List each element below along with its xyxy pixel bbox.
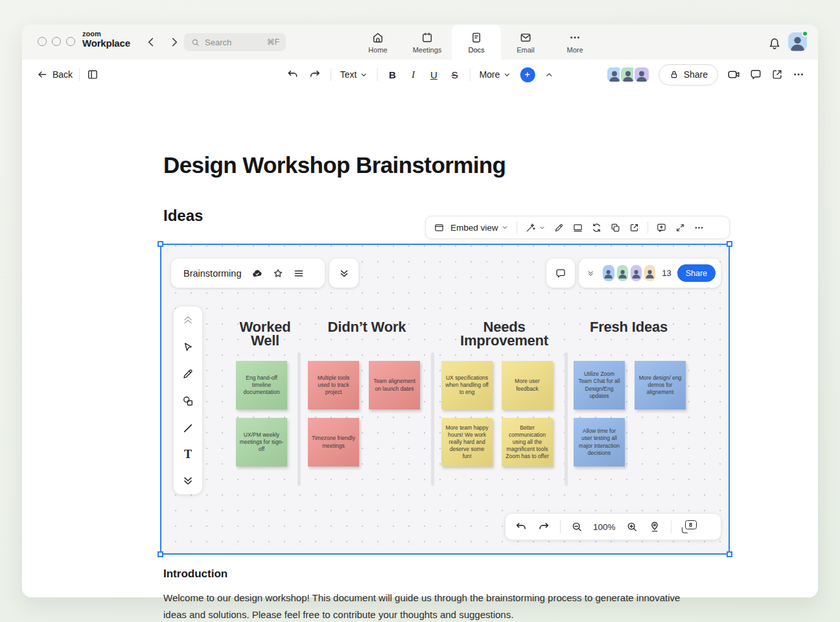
nav-back-button[interactable] (144, 35, 158, 49)
board-header-collapse-button[interactable] (329, 259, 358, 288)
tab-docs[interactable]: Docs (452, 25, 501, 60)
pages-button[interactable]: 8 (681, 520, 697, 533)
selection-handle-bottom-left[interactable] (158, 551, 163, 557)
whiteboard-embed[interactable]: Brainstorming 13 Share (160, 244, 730, 555)
comments-button[interactable] (749, 68, 762, 81)
zoom-in-button[interactable] (625, 520, 638, 533)
avatar[interactable] (603, 265, 614, 281)
board-comment-button[interactable] (546, 259, 575, 288)
sticky-note[interactable]: Utilize Zoom Team Chat for all Design/En… (574, 361, 625, 409)
text-style-menu[interactable]: Text (340, 69, 368, 80)
more-actions-button[interactable] (792, 68, 805, 81)
redo-button[interactable] (309, 68, 321, 81)
back-button[interactable]: Back (36, 69, 73, 80)
open-external-button[interactable] (771, 68, 784, 81)
board-header: Brainstorming (171, 259, 325, 288)
sticky-note[interactable]: More design/ eng demos for alignement (635, 361, 686, 409)
sticky-note[interactable]: Multiple tools used to track project (308, 361, 359, 409)
sidebar-toggle-button[interactable] (86, 68, 99, 81)
open-board-button[interactable] (629, 222, 640, 233)
embed-more-button[interactable] (694, 222, 705, 233)
sticky-note[interactable]: Allow time for user testing all major in… (574, 418, 625, 466)
italic-button[interactable]: I (407, 69, 419, 80)
avatar[interactable] (633, 66, 650, 83)
tab-meetings[interactable]: Meetings (402, 25, 452, 60)
star-icon[interactable] (272, 268, 284, 279)
board-redo-button[interactable] (537, 520, 550, 533)
underline-button[interactable]: U (428, 69, 439, 80)
more-format-label: More (479, 69, 500, 80)
sticky-note[interactable]: More user feedback (502, 361, 553, 409)
undo-button[interactable] (286, 68, 299, 81)
brand-line2: Workplace (82, 38, 130, 49)
magic-wand-icon (525, 222, 536, 233)
selection-handle-top-right[interactable] (727, 241, 732, 247)
insert-block-button[interactable] (520, 67, 535, 82)
divider (671, 520, 671, 533)
bold-button[interactable]: B (386, 69, 398, 80)
collaborator-count[interactable]: 13 (662, 268, 671, 278)
sticky-note[interactable]: Better communication using all the magni… (502, 418, 553, 466)
board-undo-button[interactable] (515, 520, 528, 533)
sticky-note[interactable]: Eng hand-off timeline documentation (236, 361, 287, 409)
locate-pin-button[interactable] (648, 520, 661, 533)
refresh-button[interactable] (591, 222, 602, 233)
zoom-level[interactable]: 100% (593, 522, 616, 532)
shapes-tool[interactable] (181, 395, 194, 408)
notifications-button[interactable] (767, 35, 782, 51)
ai-tools-menu[interactable] (525, 222, 546, 233)
present-button[interactable] (572, 222, 583, 233)
video-call-button[interactable] (727, 67, 741, 82)
select-tool[interactable] (181, 341, 194, 354)
intro-paragraph: Welcome to our design workshop! This doc… (163, 590, 705, 622)
palette-scroll-up-icon[interactable] (181, 314, 194, 327)
sticky-note[interactable]: UX specifications when handling off to e… (441, 361, 493, 409)
window-control-zoom[interactable] (66, 37, 75, 46)
text-tool[interactable]: T (184, 448, 192, 460)
window-control-close[interactable] (38, 37, 47, 46)
tab-label: Home (368, 46, 387, 54)
ellipsis-icon (568, 31, 581, 44)
selection-handle-bottom-right[interactable] (727, 551, 732, 557)
search-icon (191, 38, 200, 47)
add-comment-button[interactable] (656, 222, 667, 233)
double-chevron-down-icon[interactable] (587, 268, 594, 279)
window-control-minimize[interactable] (52, 37, 61, 46)
topbar: zoom Workplace Search ⌘F Home (22, 25, 818, 60)
pen-tool[interactable] (181, 367, 194, 380)
line-tool[interactable] (181, 422, 194, 435)
tab-more[interactable]: More (550, 25, 600, 60)
tab-email[interactable]: Email (501, 25, 550, 60)
board-share-button[interactable]: Share (677, 264, 716, 282)
sticky-note[interactable]: More team happy hours! We work really ha… (441, 418, 493, 466)
search-input[interactable]: Search ⌘F (184, 33, 286, 51)
strikethrough-button[interactable]: S (449, 69, 460, 80)
collapse-toolbar-button[interactable] (544, 70, 554, 80)
section-heading-introduction: Introduction (163, 568, 228, 581)
sticky-note[interactable]: UX/PM weekly meetings for sign-off (236, 418, 287, 466)
tab-label: More (566, 46, 583, 54)
plus-icon (523, 70, 532, 79)
embed-window-icon (434, 222, 445, 233)
selection-handle-top-left[interactable] (158, 241, 163, 247)
nav-forward-button[interactable] (167, 35, 181, 49)
tool-palette: T (174, 306, 202, 494)
sticky-note[interactable]: Timezone friendly meetings (308, 418, 359, 466)
board-menu-button[interactable] (293, 268, 305, 279)
palette-scroll-down-icon[interactable] (181, 474, 194, 487)
share-button[interactable]: Share (659, 64, 718, 86)
avatar[interactable] (617, 265, 628, 281)
duplicate-button[interactable] (610, 222, 621, 233)
divider (648, 222, 648, 233)
document-icon (470, 31, 483, 44)
edit-board-button[interactable] (554, 222, 565, 233)
avatar[interactable] (644, 265, 655, 281)
fullscreen-button[interactable] (675, 222, 686, 233)
sticky-note[interactable]: Team alignement on launch dates (369, 361, 420, 409)
more-format-menu[interactable]: More (479, 69, 511, 80)
avatar[interactable] (631, 265, 642, 281)
tab-home[interactable]: Home (353, 25, 402, 60)
zoom-out-button[interactable] (570, 520, 583, 533)
column-title: Fresh Ideas (589, 320, 668, 334)
embed-view-menu[interactable]: Embed view (450, 223, 509, 233)
